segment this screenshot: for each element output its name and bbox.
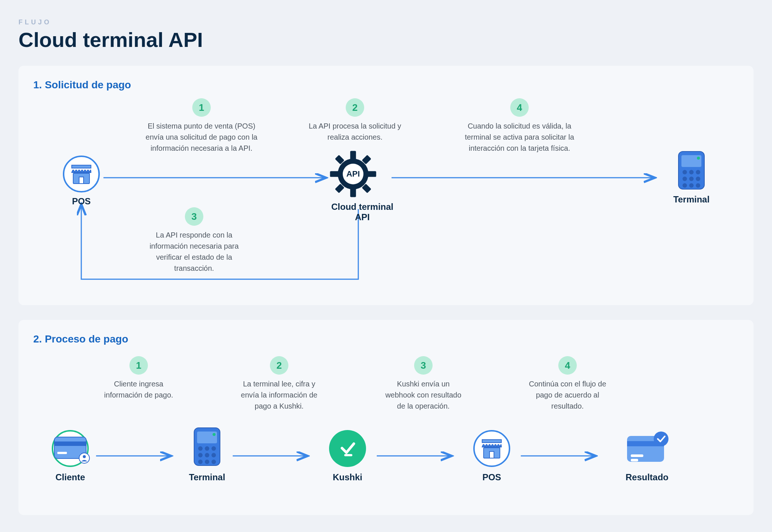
svg-point-18 bbox=[696, 170, 700, 174]
svg-point-19 bbox=[683, 177, 687, 181]
svg-rect-54 bbox=[631, 459, 638, 461]
step-text: La terminal lee, cifra y envía la inform… bbox=[238, 378, 320, 412]
svg-point-37 bbox=[198, 446, 203, 451]
node-pos2: POS bbox=[462, 356, 521, 482]
section2-step4: 4 Continúa con el flujo de pago de acuer… bbox=[527, 356, 608, 412]
terminal-icon bbox=[193, 426, 221, 467]
svg-point-21 bbox=[696, 177, 700, 181]
node-kushki-label: Kushki bbox=[333, 472, 362, 482]
node-pos: POS bbox=[52, 156, 111, 207]
section1-title: 1. Solicitud de pago bbox=[33, 79, 739, 91]
node-cliente-label: Cliente bbox=[55, 472, 85, 482]
svg-point-40 bbox=[198, 453, 203, 457]
node-api-label: Cloud terminal API bbox=[329, 202, 396, 222]
step-text: La API responde con la información neces… bbox=[144, 229, 244, 274]
node-terminal2: Terminal bbox=[177, 356, 237, 482]
svg-rect-4 bbox=[72, 165, 91, 168]
node-resultado-label: Resultado bbox=[626, 472, 668, 482]
step-text: Kushki envía un webhook con resultado de… bbox=[383, 378, 464, 412]
svg-rect-9 bbox=[368, 171, 376, 177]
node-cliente: Cliente bbox=[41, 356, 100, 482]
svg-point-38 bbox=[205, 446, 209, 451]
page-title: Cloud terminal API bbox=[18, 28, 754, 52]
svg-rect-53 bbox=[631, 454, 643, 457]
section-proceso-de-pago: 2. Proceso de pago bbox=[18, 320, 754, 515]
section-solicitud-de-pago: 1. Solicitud de pago bbox=[18, 66, 754, 305]
step-badge: 4 bbox=[510, 98, 529, 117]
step-badge: 1 bbox=[129, 356, 148, 375]
node-pos2-label: POS bbox=[482, 472, 501, 482]
step-badge: 4 bbox=[558, 356, 577, 375]
store-icon bbox=[480, 437, 504, 460]
svg-rect-6 bbox=[350, 151, 356, 160]
svg-point-42 bbox=[211, 453, 216, 457]
section1-step4: 4 Cuando la solicitud es válida, la term… bbox=[462, 98, 577, 154]
node-terminal2-label: Terminal bbox=[189, 472, 225, 482]
person-icon bbox=[79, 453, 90, 464]
store-icon bbox=[70, 162, 93, 186]
svg-point-23 bbox=[689, 183, 694, 188]
node-terminal: Terminal bbox=[662, 150, 721, 205]
svg-point-41 bbox=[205, 453, 209, 457]
svg-point-55 bbox=[654, 432, 668, 446]
svg-point-45 bbox=[211, 460, 216, 464]
svg-rect-50 bbox=[482, 440, 501, 443]
terminal-icon bbox=[677, 150, 706, 191]
svg-point-22 bbox=[683, 183, 687, 188]
svg-rect-3 bbox=[79, 177, 84, 184]
node-kushki: Kushki bbox=[318, 356, 377, 482]
svg-rect-8 bbox=[330, 171, 339, 177]
step-text: Cuando la solicitud es válida, la termin… bbox=[462, 120, 577, 154]
svg-point-46 bbox=[213, 433, 216, 436]
svg-point-24 bbox=[696, 183, 700, 188]
svg-point-39 bbox=[211, 446, 216, 451]
step-text: La API procesa la solicitud y realiza ac… bbox=[299, 120, 410, 143]
result-card-icon bbox=[625, 430, 669, 467]
section2-step1: 1 Cliente ingresa información de pago. bbox=[98, 356, 179, 400]
step-badge: 3 bbox=[185, 207, 203, 226]
svg-point-34 bbox=[83, 455, 86, 458]
step-text: Cliente ingresa información de pago. bbox=[98, 378, 179, 400]
step-badge: 2 bbox=[346, 98, 364, 117]
step-text: El sistema punto de venta (POS) envía un… bbox=[144, 120, 259, 154]
section1-step3: 3 La API responde con la información nec… bbox=[144, 207, 244, 274]
step-badge: 3 bbox=[414, 356, 433, 375]
node-cloud-terminal-api: API Cloud terminal API bbox=[329, 150, 396, 222]
section2-step3: 3 Kushki envía un webhook con resultado … bbox=[383, 356, 464, 412]
node-terminal-label: Terminal bbox=[662, 194, 721, 205]
step-badge: 1 bbox=[192, 98, 211, 117]
svg-point-44 bbox=[205, 460, 209, 464]
node-pos-label: POS bbox=[52, 196, 111, 207]
svg-point-20 bbox=[689, 177, 694, 181]
svg-rect-7 bbox=[350, 188, 356, 197]
svg-point-25 bbox=[697, 157, 700, 160]
svg-point-16 bbox=[683, 170, 687, 174]
svg-point-17 bbox=[689, 170, 694, 174]
svg-point-43 bbox=[198, 460, 203, 464]
step-text: Continúa con el flujo de pago de acuerdo… bbox=[527, 378, 608, 412]
svg-rect-31 bbox=[54, 441, 86, 446]
node-resultado: Resultado bbox=[610, 356, 684, 482]
svg-rect-32 bbox=[57, 452, 67, 454]
section1-step2: 2 La API procesa la solicitud y realiza … bbox=[299, 98, 410, 143]
kushki-check-icon bbox=[329, 430, 366, 467]
section2-title: 2. Proceso de pago bbox=[33, 333, 739, 345]
section2-step2: 2 La terminal lee, cifra y envía la info… bbox=[238, 356, 320, 412]
api-badge: API bbox=[343, 164, 363, 184]
svg-rect-49 bbox=[490, 451, 494, 458]
svg-rect-47 bbox=[344, 454, 352, 456]
eyebrow: FLUJO bbox=[18, 18, 754, 26]
step-badge: 2 bbox=[270, 356, 288, 375]
section1-step1: 1 El sistema punto de venta (POS) envía … bbox=[144, 98, 259, 154]
